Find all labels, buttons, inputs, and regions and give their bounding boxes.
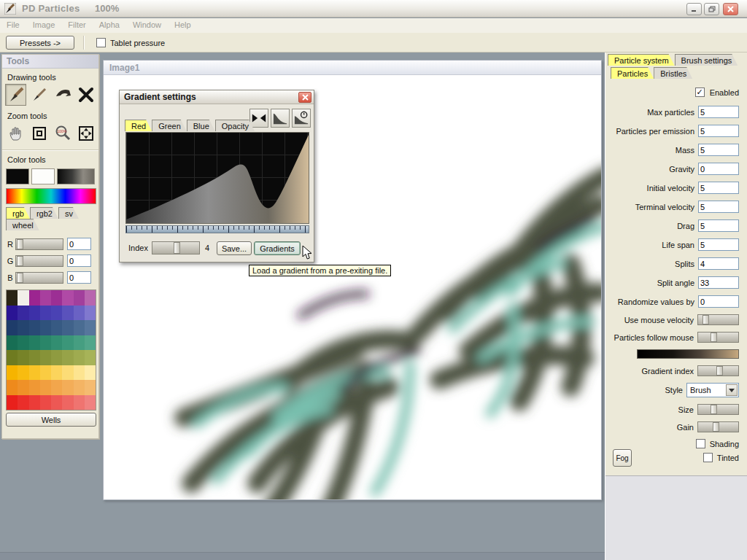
panel-tab-particles[interactable]: Particles — [611, 67, 654, 79]
channel-slider[interactable] — [15, 272, 63, 284]
channel-slider-thumb[interactable] — [17, 239, 23, 249]
panel-tab-particle-system[interactable]: Particle system — [608, 54, 675, 66]
palette-swatch[interactable] — [18, 306, 28, 321]
palette-swatch[interactable] — [51, 380, 62, 395]
gradient-index-slider[interactable] — [697, 365, 739, 376]
palette-swatch[interactable] — [18, 395, 28, 411]
palette-swatch[interactable] — [7, 335, 18, 351]
palette-swatch[interactable] — [62, 365, 73, 381]
gradient-swatch[interactable] — [57, 168, 95, 184]
palette-swatch[interactable] — [7, 350, 18, 365]
index-slider[interactable] — [152, 241, 200, 254]
palette-swatch[interactable] — [7, 395, 18, 411]
palette-swatch[interactable] — [62, 335, 73, 351]
field-input-terminal-velocity[interactable] — [698, 201, 739, 213]
menu-image[interactable]: Image — [26, 18, 62, 29]
palette-swatch[interactable] — [74, 350, 85, 365]
size-slider-thumb[interactable] — [711, 405, 717, 414]
palette-swatch[interactable] — [51, 365, 62, 381]
palette-swatch[interactable] — [62, 320, 73, 335]
palette-swatch[interactable] — [74, 290, 85, 306]
palette-swatch[interactable] — [62, 380, 73, 395]
channel-slider-thumb[interactable] — [17, 273, 23, 283]
palette-swatch[interactable] — [29, 306, 40, 321]
palette-swatch[interactable] — [29, 320, 40, 335]
fog-button[interactable]: Fog — [613, 449, 632, 467]
palette-swatch[interactable] — [29, 395, 40, 411]
palette-swatch[interactable] — [7, 306, 18, 321]
palette-swatch[interactable] — [74, 365, 85, 381]
gradient-tab-blue[interactable]: Blue — [187, 120, 215, 131]
palette-swatch[interactable] — [85, 365, 96, 381]
palette-swatch[interactable] — [29, 350, 40, 365]
channel-slider[interactable] — [15, 255, 63, 267]
minimize-button[interactable] — [686, 3, 702, 15]
gradient-index-slider-thumb[interactable] — [716, 366, 723, 376]
primary-color-swatch[interactable] — [6, 168, 29, 184]
palette-swatch[interactable] — [51, 350, 62, 365]
palette-swatch[interactable] — [51, 306, 62, 321]
field-input-drag[interactable] — [698, 219, 739, 232]
palette-swatch[interactable] — [51, 395, 62, 411]
particles-follow-mouse-slider[interactable] — [697, 332, 739, 343]
use-mouse-velocity-slider-thumb[interactable] — [703, 315, 709, 324]
palette-swatch[interactable] — [85, 395, 96, 411]
tablet-pressure-checkbox[interactable] — [96, 38, 106, 47]
field-input-splits[interactable] — [698, 257, 739, 270]
palette-swatch[interactable] — [85, 380, 96, 395]
field-input-gravity[interactable] — [698, 163, 739, 175]
shading-checkbox[interactable] — [696, 439, 705, 448]
palette-swatch[interactable] — [40, 395, 51, 411]
particles-follow-mouse-slider-thumb[interactable] — [711, 332, 717, 342]
palette-swatch[interactable] — [7, 320, 18, 335]
hue-strip[interactable] — [6, 188, 96, 204]
palette-swatch[interactable] — [85, 350, 96, 365]
channel-value-input[interactable] — [67, 271, 91, 284]
color-tab-rgb[interactable]: rgb — [6, 207, 30, 219]
palette-swatch[interactable] — [40, 306, 51, 321]
palette-swatch[interactable] — [29, 380, 40, 395]
pen-tool-button[interactable] — [28, 84, 50, 106]
style-dropdown[interactable]: Brush — [686, 383, 739, 397]
menu-window[interactable]: Window — [126, 18, 168, 29]
palette-swatch[interactable] — [7, 380, 18, 395]
palette-swatch[interactable] — [51, 320, 62, 335]
channel-slider-thumb[interactable] — [17, 256, 23, 266]
gradient-tab-opacity[interactable]: Opacity — [215, 120, 255, 131]
palette-swatch[interactable] — [18, 320, 28, 335]
gradient-curve-editor[interactable] — [125, 132, 309, 224]
brush-tool-button[interactable] — [5, 84, 26, 106]
palette-swatch[interactable] — [51, 335, 62, 351]
gradient-tab-red[interactable]: Red — [125, 120, 152, 131]
palette-swatch[interactable] — [62, 290, 73, 306]
smudge-tool-button[interactable] — [53, 84, 74, 106]
palette-swatch[interactable] — [7, 365, 18, 381]
color-tab-sv[interactable]: sv — [58, 207, 79, 219]
palette-swatch[interactable] — [62, 350, 73, 365]
palette-swatch[interactable] — [74, 306, 85, 321]
canvas-window-title[interactable]: Image1 — [104, 61, 601, 75]
field-input-split-angle[interactable] — [698, 276, 739, 289]
palette-swatch[interactable] — [40, 335, 51, 351]
menu-alpha[interactable]: Alpha — [93, 18, 126, 29]
palette-swatch[interactable] — [7, 290, 18, 306]
size-slider[interactable] — [697, 404, 739, 415]
palette-swatch[interactable] — [40, 380, 51, 395]
clear-tool-button[interactable] — [76, 84, 97, 106]
palette-swatch[interactable] — [51, 290, 62, 306]
menu-help[interactable]: Help — [168, 18, 198, 29]
presets-button[interactable]: Pressets -> — [6, 36, 74, 50]
palette-swatch[interactable] — [85, 306, 96, 321]
menu-filter[interactable]: Filter — [61, 18, 92, 29]
secondary-color-swatch[interactable] — [31, 168, 55, 184]
palette-swatch[interactable] — [29, 290, 40, 306]
dialog-close-button[interactable] — [298, 92, 311, 103]
palette-swatch[interactable] — [85, 320, 96, 335]
palette-swatch[interactable] — [18, 350, 28, 365]
dropdown-arrow-icon[interactable] — [726, 384, 738, 396]
dialog-title-bar[interactable]: Gradient settings — [120, 90, 314, 104]
palette-swatch[interactable] — [40, 350, 51, 365]
restore-button[interactable] — [704, 3, 719, 15]
field-input-initial-velocity[interactable] — [698, 182, 739, 194]
palette-swatch[interactable] — [40, 320, 51, 335]
